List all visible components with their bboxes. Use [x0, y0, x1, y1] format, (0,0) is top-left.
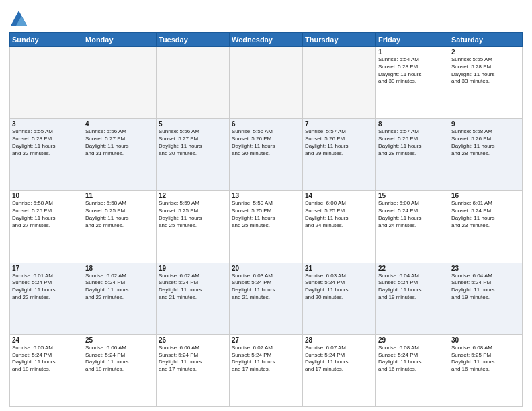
day-info: Sunrise: 6:06 AM Sunset: 5:24 PM Dayligh… — [85, 345, 154, 373]
day-number: 15 — [378, 192, 447, 199]
day-number: 4 — [85, 120, 154, 128]
calendar-cell: 1Sunrise: 5:54 AM Sunset: 5:28 PM Daylig… — [376, 47, 449, 119]
day-info: Sunrise: 6:06 AM Sunset: 5:24 PM Dayligh… — [159, 345, 227, 373]
calendar-cell: 17Sunrise: 6:01 AM Sunset: 5:24 PM Dayli… — [10, 263, 83, 334]
calendar-cell: 29Sunrise: 6:08 AM Sunset: 5:24 PM Dayli… — [376, 334, 449, 406]
calendar-cell: 12Sunrise: 5:59 AM Sunset: 5:25 PM Dayli… — [157, 191, 230, 263]
day-info: Sunrise: 6:02 AM Sunset: 5:24 PM Dayligh… — [85, 273, 154, 302]
calendar-cell: 14Sunrise: 6:00 AM Sunset: 5:25 PM Dayli… — [303, 191, 376, 263]
weekday-header-wednesday: Wednesday — [230, 33, 303, 47]
day-info: Sunrise: 5:57 AM Sunset: 5:26 PM Dayligh… — [305, 128, 373, 157]
day-info: Sunrise: 5:56 AM Sunset: 5:27 PM Dayligh… — [159, 128, 227, 157]
calendar-cell: 21Sunrise: 6:03 AM Sunset: 5:24 PM Dayli… — [303, 263, 376, 334]
calendar-cell: 2Sunrise: 5:55 AM Sunset: 5:28 PM Daylig… — [449, 47, 523, 119]
day-number: 22 — [378, 265, 447, 272]
header — [9, 7, 523, 28]
weekday-header-thursday: Thursday — [303, 33, 376, 47]
week-row-2: 3Sunrise: 5:55 AM Sunset: 5:28 PM Daylig… — [10, 119, 523, 191]
calendar-cell: 13Sunrise: 5:59 AM Sunset: 5:25 PM Dayli… — [230, 191, 303, 263]
calendar-cell: 7Sunrise: 5:57 AM Sunset: 5:26 PM Daylig… — [303, 119, 376, 191]
day-info: Sunrise: 6:04 AM Sunset: 5:24 PM Dayligh… — [378, 273, 447, 302]
weekday-header-saturday: Saturday — [449, 33, 523, 47]
calendar-cell — [230, 47, 303, 119]
calendar-cell: 22Sunrise: 6:04 AM Sunset: 5:24 PM Dayli… — [376, 263, 449, 334]
calendar-cell: 18Sunrise: 6:02 AM Sunset: 5:24 PM Dayli… — [83, 263, 157, 334]
day-number: 25 — [85, 336, 154, 344]
weekday-header-friday: Friday — [376, 33, 449, 47]
day-number: 3 — [12, 120, 81, 128]
calendar-header: SundayMondayTuesdayWednesdayThursdayFrid… — [10, 33, 523, 47]
day-number: 7 — [305, 120, 373, 128]
day-info: Sunrise: 6:08 AM Sunset: 5:24 PM Dayligh… — [378, 345, 447, 373]
calendar-cell: 3Sunrise: 5:55 AM Sunset: 5:28 PM Daylig… — [10, 119, 83, 191]
calendar: SundayMondayTuesdayWednesdayThursdayFrid… — [9, 32, 523, 407]
day-number: 18 — [85, 265, 154, 272]
calendar-cell: 30Sunrise: 6:08 AM Sunset: 5:25 PM Dayli… — [449, 334, 523, 406]
calendar-cell: 23Sunrise: 6:04 AM Sunset: 5:24 PM Dayli… — [449, 263, 523, 334]
day-number: 17 — [12, 265, 81, 272]
calendar-cell: 16Sunrise: 6:01 AM Sunset: 5:24 PM Dayli… — [449, 191, 523, 263]
day-info: Sunrise: 5:56 AM Sunset: 5:27 PM Dayligh… — [85, 128, 154, 157]
weekday-row: SundayMondayTuesdayWednesdayThursdayFrid… — [10, 33, 523, 47]
day-number: 9 — [451, 120, 520, 128]
calendar-cell — [83, 47, 157, 119]
day-number: 16 — [451, 192, 520, 199]
week-row-3: 10Sunrise: 5:58 AM Sunset: 5:25 PM Dayli… — [10, 191, 523, 263]
day-number: 23 — [451, 265, 520, 272]
day-info: Sunrise: 6:04 AM Sunset: 5:24 PM Dayligh… — [451, 273, 520, 302]
calendar-cell — [157, 47, 230, 119]
day-info: Sunrise: 6:00 AM Sunset: 5:24 PM Dayligh… — [378, 200, 447, 229]
weekday-header-sunday: Sunday — [10, 33, 83, 47]
day-number: 10 — [12, 192, 81, 199]
day-info: Sunrise: 6:01 AM Sunset: 5:24 PM Dayligh… — [12, 273, 81, 302]
calendar-cell: 24Sunrise: 6:05 AM Sunset: 5:24 PM Dayli… — [10, 334, 83, 406]
day-info: Sunrise: 5:56 AM Sunset: 5:26 PM Dayligh… — [232, 128, 300, 157]
day-info: Sunrise: 6:01 AM Sunset: 5:24 PM Dayligh… — [451, 200, 520, 229]
day-number: 13 — [232, 192, 300, 199]
calendar-cell: 6Sunrise: 5:56 AM Sunset: 5:26 PM Daylig… — [230, 119, 303, 191]
week-row-1: 1Sunrise: 5:54 AM Sunset: 5:28 PM Daylig… — [10, 47, 523, 119]
calendar-cell: 5Sunrise: 5:56 AM Sunset: 5:27 PM Daylig… — [157, 119, 230, 191]
day-number: 1 — [378, 48, 447, 56]
calendar-cell: 8Sunrise: 5:57 AM Sunset: 5:26 PM Daylig… — [376, 119, 449, 191]
calendar-cell: 15Sunrise: 6:00 AM Sunset: 5:24 PM Dayli… — [376, 191, 449, 263]
calendar-cell — [10, 47, 83, 119]
day-number: 2 — [451, 48, 520, 56]
day-number: 8 — [378, 120, 447, 128]
day-number: 28 — [305, 336, 373, 344]
day-number: 6 — [232, 120, 300, 128]
calendar-body: 1Sunrise: 5:54 AM Sunset: 5:28 PM Daylig… — [10, 47, 523, 407]
day-number: 20 — [232, 265, 300, 272]
calendar-cell — [303, 47, 376, 119]
calendar-cell: 19Sunrise: 6:02 AM Sunset: 5:24 PM Dayli… — [157, 263, 230, 334]
day-number: 14 — [305, 192, 373, 199]
day-number: 29 — [378, 336, 447, 344]
day-number: 19 — [159, 265, 227, 272]
day-number: 26 — [159, 336, 227, 344]
calendar-cell: 10Sunrise: 5:58 AM Sunset: 5:25 PM Dayli… — [10, 191, 83, 263]
day-number: 21 — [305, 265, 373, 272]
calendar-cell: 9Sunrise: 5:58 AM Sunset: 5:26 PM Daylig… — [449, 119, 523, 191]
day-info: Sunrise: 5:58 AM Sunset: 5:25 PM Dayligh… — [12, 200, 81, 229]
day-info: Sunrise: 6:05 AM Sunset: 5:24 PM Dayligh… — [12, 345, 81, 373]
day-info: Sunrise: 6:03 AM Sunset: 5:24 PM Dayligh… — [305, 273, 373, 302]
week-row-4: 17Sunrise: 6:01 AM Sunset: 5:24 PM Dayli… — [10, 263, 523, 334]
weekday-header-monday: Monday — [83, 33, 157, 47]
calendar-cell: 26Sunrise: 6:06 AM Sunset: 5:24 PM Dayli… — [157, 334, 230, 406]
weekday-header-tuesday: Tuesday — [157, 33, 230, 47]
calendar-cell: 28Sunrise: 6:07 AM Sunset: 5:24 PM Dayli… — [303, 334, 376, 406]
day-info: Sunrise: 5:58 AM Sunset: 5:25 PM Dayligh… — [85, 200, 154, 229]
day-info: Sunrise: 5:55 AM Sunset: 5:28 PM Dayligh… — [12, 128, 81, 157]
day-info: Sunrise: 5:58 AM Sunset: 5:26 PM Dayligh… — [451, 128, 520, 157]
day-info: Sunrise: 6:08 AM Sunset: 5:25 PM Dayligh… — [451, 345, 520, 373]
logo — [9, 9, 31, 28]
day-info: Sunrise: 5:55 AM Sunset: 5:28 PM Dayligh… — [451, 56, 520, 85]
day-info: Sunrise: 5:59 AM Sunset: 5:25 PM Dayligh… — [232, 200, 300, 229]
calendar-cell: 25Sunrise: 6:06 AM Sunset: 5:24 PM Dayli… — [83, 334, 157, 406]
day-info: Sunrise: 5:57 AM Sunset: 5:26 PM Dayligh… — [378, 128, 447, 157]
day-number: 12 — [159, 192, 227, 199]
day-number: 27 — [232, 336, 300, 344]
day-info: Sunrise: 5:59 AM Sunset: 5:25 PM Dayligh… — [159, 200, 227, 229]
day-number: 5 — [159, 120, 227, 128]
day-number: 30 — [451, 336, 520, 344]
